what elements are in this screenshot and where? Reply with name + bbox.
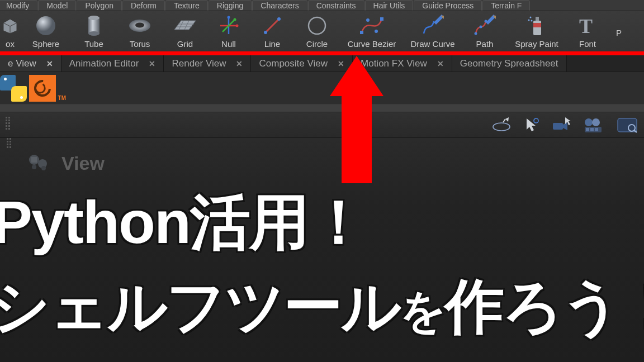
frame-region-icon[interactable] (615, 116, 640, 135)
svg-point-2 (36, 16, 55, 35)
shelf-label: Tube (84, 39, 103, 49)
close-icon[interactable]: ✕ (236, 59, 243, 68)
shelf-edge: P (609, 13, 628, 51)
shelf-tool-draw-curve[interactable]: Draw Curve (404, 13, 462, 51)
menu-item[interactable]: Rigging (209, 0, 252, 11)
svg-point-5 (88, 31, 100, 36)
shelf-label: Spray Paint (515, 39, 558, 49)
render-preview-icon[interactable] (581, 116, 606, 135)
menu-item[interactable]: Polygon (77, 0, 122, 11)
tab-geometry-spreadsheet[interactable]: Geometry Spreadsheet (452, 55, 567, 72)
svg-point-38 (528, 20, 530, 21)
orbit-camera-icon[interactable] (491, 116, 512, 135)
separator-bar (0, 104, 644, 112)
svg-point-46 (585, 118, 593, 126)
shelf-tool-torus[interactable]: Torus (116, 13, 163, 51)
svg-point-20 (264, 31, 267, 34)
svg-point-41 (493, 123, 510, 131)
shelf-toolbar: ox Sphere Tube Torus Grid Null Line (0, 11, 644, 51)
python-icon[interactable] (0, 75, 27, 102)
annotation-arrow (334, 56, 379, 183)
null-icon (216, 13, 241, 38)
svg-rect-57 (31, 157, 37, 163)
menu-item[interactable]: Model (38, 0, 76, 11)
tab-scene-view[interactable]: e View ✕ (0, 55, 61, 72)
menu-item[interactable]: Modify (0, 0, 37, 11)
svg-line-42 (503, 119, 505, 122)
svg-rect-23 (360, 31, 363, 34)
shelf-tool-box[interactable]: ox (0, 13, 20, 51)
camera-arrow-icon[interactable] (551, 116, 572, 135)
tab-bar: e View ✕ Animation Editor ✕ Render View … (0, 55, 644, 72)
tab-label: Render View (172, 58, 226, 69)
svg-point-37 (530, 17, 532, 18)
shelf-tool-null[interactable]: Null (207, 13, 250, 51)
shelf-tool-line[interactable]: Line (250, 13, 294, 51)
close-icon[interactable]: ✕ (149, 59, 155, 68)
svg-point-43 (534, 118, 538, 123)
circle-icon (305, 13, 329, 38)
shelf-tool-path[interactable]: Path (462, 13, 508, 51)
shelf-label: Line (264, 39, 280, 49)
tab-render-view[interactable]: Render View ✕ (164, 55, 251, 72)
shelf-label: Null (221, 39, 236, 49)
shelf-label: Sphere (32, 39, 59, 49)
shelf-tool-font[interactable]: T Font (566, 13, 609, 51)
shelf-label: Circle (306, 39, 328, 49)
drag-handle-icon[interactable] (6, 117, 13, 134)
svg-rect-35 (533, 23, 541, 27)
shelf-tool-grid[interactable]: Grid (163, 13, 207, 51)
tab-animation-editor[interactable]: Animation Editor ✕ (61, 55, 164, 72)
box-icon (0, 13, 22, 38)
grid-icon (173, 13, 197, 38)
menu-item[interactable]: Constraints (308, 0, 364, 11)
svg-point-7 (135, 23, 144, 28)
svg-point-47 (592, 118, 600, 126)
close-icon[interactable]: ✕ (437, 59, 444, 68)
tab-label: Animation Editor (69, 58, 139, 69)
shelf-tool-spray-paint[interactable]: Spray Paint (508, 13, 566, 51)
tab-label: Composite View (259, 58, 328, 69)
svg-rect-44 (553, 123, 563, 130)
svg-point-25 (366, 18, 370, 22)
menu-item[interactable]: Deform (122, 0, 165, 11)
svg-point-58 (32, 165, 36, 169)
shelf-label: Torus (130, 39, 150, 49)
svg-point-26 (375, 30, 378, 33)
menu-item[interactable]: Texture (165, 0, 208, 11)
svg-rect-50 (590, 128, 594, 131)
svg-rect-36 (536, 17, 539, 21)
shelf-tool-curve-bezier[interactable]: Curve Bezier (340, 13, 404, 51)
menu-item[interactable]: Guide Process (414, 0, 482, 11)
tube-icon (82, 13, 106, 38)
shelf-tool-sphere[interactable]: Sphere (20, 13, 72, 51)
svg-rect-3 (88, 18, 100, 34)
viewport-side-tools (1, 138, 19, 151)
svg-point-16 (228, 16, 230, 19)
shelf-tool-tube[interactable]: Tube (72, 13, 116, 51)
menu-item[interactable]: Characters (252, 0, 307, 11)
close-icon[interactable]: ✕ (46, 59, 53, 68)
shelf-label: Curve Bezier (348, 39, 396, 49)
houdini-icon[interactable]: TM (29, 75, 56, 102)
svg-point-30 (480, 26, 482, 28)
svg-rect-24 (380, 17, 383, 21)
svg-rect-34 (533, 21, 541, 35)
svg-point-21 (277, 17, 281, 21)
menu-item[interactable]: Terrain F (482, 0, 530, 11)
drag-handle-icon[interactable] (7, 138, 13, 151)
tab-label: Geometry Spreadsheet (460, 58, 558, 69)
draw-curve-icon (420, 13, 445, 38)
sphere-icon (34, 13, 58, 38)
svg-point-4 (88, 16, 100, 20)
viewport-toolbar (0, 112, 644, 138)
svg-text:T: T (579, 15, 593, 36)
select-arrow-icon[interactable] (521, 116, 542, 135)
viewport-gizmo-icon[interactable] (26, 151, 53, 174)
shelf-label: Draw Curve (410, 39, 454, 49)
menu-item[interactable]: Hair Utils (365, 0, 414, 11)
svg-point-59 (41, 166, 46, 170)
shelf-tool-circle[interactable]: Circle (294, 13, 340, 51)
overlay-title-1: Python活用！ (0, 182, 368, 264)
shelf-label: Grid (177, 39, 193, 49)
